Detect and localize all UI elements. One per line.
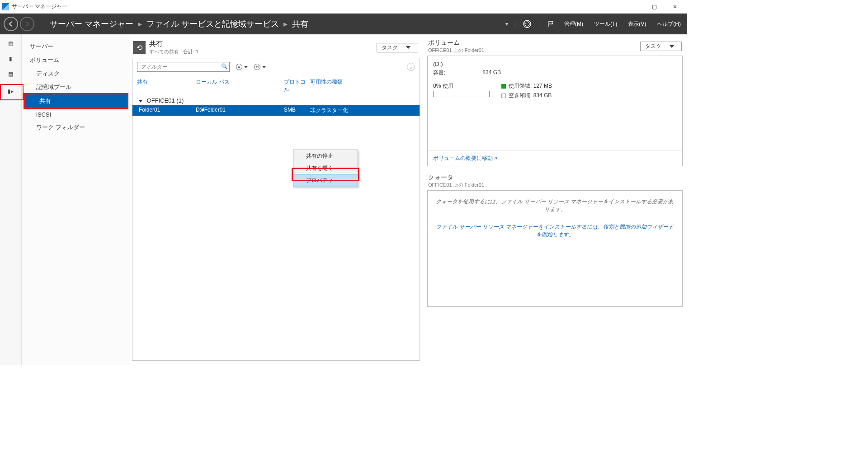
ctx-properties[interactable]: プロパティ — [293, 174, 358, 187]
sidebar-item-servers[interactable]: サーバー — [22, 40, 130, 53]
nav-back-button[interactable] — [4, 17, 18, 31]
quota-subtitle: OFFICE01 上の Folder01 — [428, 182, 682, 188]
app-icon — [2, 3, 9, 10]
flag-icon[interactable] — [546, 19, 556, 29]
caret-down-icon — [244, 66, 248, 68]
used-swatch-icon — [501, 84, 506, 89]
group-label: OFFICE01 (1) — [147, 97, 184, 104]
quota-title: クォータ — [428, 174, 682, 182]
ctx-stop-sharing[interactable]: 共有の停止 — [293, 150, 358, 162]
col-protocol[interactable]: プロトコル — [284, 78, 310, 94]
shares-subtitle: すべての共有 | 合計: 1 — [149, 48, 377, 55]
breadcrumb-item[interactable]: 共有 — [292, 19, 308, 29]
cell-path: D:¥Folder01 — [196, 107, 284, 114]
volume-subtitle: OFFICE01 上の Folder01 — [428, 47, 640, 54]
usage-label: 0% 使用 — [433, 82, 490, 90]
refresh-icon[interactable] — [522, 19, 532, 29]
sidebar-item-work-folders[interactable]: ワーク フォルダー — [22, 121, 130, 134]
servers-icon[interactable]: ▮ — [6, 55, 16, 62]
sidebar-item-iscsi[interactable]: iSCSI — [22, 108, 130, 121]
minimize-button[interactable]: — — [623, 0, 644, 14]
shares-icon: ⟲ — [133, 41, 146, 54]
breadcrumb-item[interactable]: ファイル サービスと記憶域サービス — [146, 19, 279, 29]
usage-bar — [433, 91, 490, 97]
sidebar: サーバー ボリューム ディスク 記憶域プール 共有 iSCSI ワーク フォルダ… — [22, 34, 130, 365]
cell-availability: 非クラスター化 — [310, 107, 415, 114]
views-button[interactable]: ≡ — [236, 64, 248, 70]
context-menu: 共有の停止 共有を開く プロパティ — [293, 150, 358, 187]
tasks-label: タスク — [382, 44, 398, 52]
free-label: 空き領域: 834 GB — [509, 92, 552, 99]
quota-panel-header: クォータ OFFICE01 上の Folder01 — [427, 174, 683, 190]
expand-toggle-button[interactable]: ⌄ — [407, 63, 415, 71]
cell-share: Folder01 — [137, 107, 196, 114]
titlebar: サーバー マネージャー — ▢ ✕ — [0, 0, 687, 14]
used-label: 使用領域: 127 MB — [509, 82, 552, 90]
quota-install-link[interactable]: ファイル サーバー リソース マネージャーをインストールするには、役割と機能の追… — [435, 223, 675, 239]
free-swatch-icon — [501, 94, 506, 98]
breadcrumb[interactable]: サーバー マネージャー ▸ ファイル サービスと記憶域サービス ▸ 共有 — [50, 19, 308, 29]
volume-title: ボリューム — [428, 39, 640, 47]
ctx-open-share[interactable]: 共有を開く — [293, 162, 358, 174]
shares-tasks-button[interactable]: タスク — [377, 43, 418, 52]
collapse-icon — [139, 100, 142, 103]
menu-help[interactable]: ヘルプ(H) — [654, 19, 684, 30]
chevron-right-icon: ▸ — [138, 19, 142, 29]
sidebar-item-shares[interactable]: 共有 — [25, 94, 127, 108]
caret-down-icon — [406, 46, 410, 49]
menu-view[interactable]: 表示(V) — [625, 19, 649, 30]
quota-message: クォータを使用するには、ファイル サーバー リソース マネージャーをインストール… — [435, 198, 675, 213]
close-button[interactable]: ✕ — [665, 0, 685, 14]
window-title: サーバー マネージャー — [12, 3, 623, 10]
volume-tasks-button[interactable]: タスク — [640, 42, 682, 51]
filter-input[interactable] — [137, 62, 230, 72]
caret-down-icon — [670, 45, 674, 48]
capacity-label: 容量: — [433, 69, 445, 77]
volumes-icon[interactable]: ▤ — [6, 70, 16, 78]
file-services-icon[interactable]: ▮▸ — [2, 86, 20, 97]
caret-down-icon — [262, 66, 266, 68]
nav-forward-button[interactable] — [20, 17, 34, 31]
header-bar: サーバー マネージャー ▸ ファイル サービスと記憶域サービス ▸ 共有 ▾ |… — [0, 14, 687, 34]
sidebar-item-volumes[interactable]: ボリューム — [22, 53, 130, 67]
shares-title: 共有 — [149, 40, 377, 48]
volume-overview-link[interactable]: ボリュームの概要に移動 > — [428, 150, 682, 166]
dashboard-icon[interactable]: ▦ — [6, 40, 16, 47]
tasks-label: タスク — [645, 42, 661, 50]
grid-header: 共有 ローカル パス プロトコル 可用性の種類 — [132, 75, 420, 95]
col-path[interactable]: ローカル パス — [196, 78, 284, 94]
menu-tools[interactable]: ツール(T) — [591, 19, 620, 30]
col-availability[interactable]: 可用性の種類 — [310, 78, 415, 94]
sidebar-item-disks[interactable]: ディスク — [22, 67, 130, 80]
shares-panel-header: ⟲ 共有 すべての共有 | 合計: 1 タスク — [132, 39, 420, 58]
breadcrumb-item[interactable]: サーバー マネージャー — [50, 19, 133, 29]
group-row[interactable]: OFFICE01 (1) — [132, 95, 420, 105]
chevron-right-icon: ▸ — [283, 19, 288, 29]
capacity-value: 834 GB — [482, 69, 501, 77]
search-icon[interactable]: 🔍 — [221, 63, 228, 70]
share-row[interactable]: Folder01 D:¥Folder01 SMB 非クラスター化 — [132, 105, 420, 116]
sidebar-item-storage-pools[interactable]: 記憶域プール — [22, 80, 130, 94]
volume-drive: (D:) — [433, 61, 677, 67]
volume-panel-header: ボリューム OFFICE01 上の Folder01 タスク — [427, 39, 683, 56]
col-share[interactable]: 共有 — [137, 78, 196, 94]
icon-rail: ▦ ▮ ▤ ▮▸ — [0, 34, 22, 365]
cell-protocol: SMB — [284, 107, 310, 114]
maximize-button[interactable]: ▢ — [644, 0, 665, 14]
menu-manage[interactable]: 管理(M) — [561, 19, 586, 30]
query-button[interactable]: H — [254, 64, 266, 70]
